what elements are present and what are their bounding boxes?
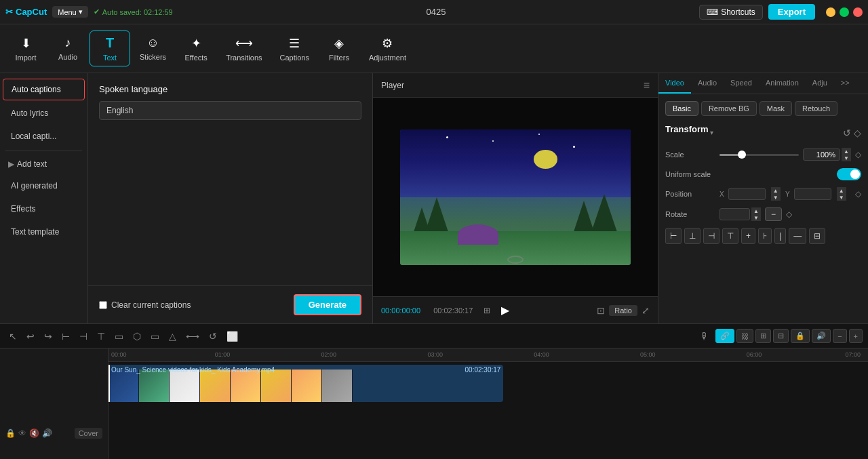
toolbar-transitions[interactable]: ⟷ Transitions — [218, 32, 270, 66]
tl-triangle-btn[interactable]: △ — [165, 329, 180, 344]
scale-slider[interactable] — [719, 154, 799, 156]
toolbar-captions[interactable]: ☰ Captions — [272, 32, 317, 66]
tl-shield-btn[interactable]: ⬡ — [130, 329, 144, 344]
scale-up-btn[interactable]: ▲ — [842, 148, 851, 155]
generate-button[interactable]: Generate — [294, 294, 361, 315]
cover-label[interactable]: Cover — [75, 428, 102, 439]
maximize-button[interactable] — [840, 7, 849, 17]
tl-lock-btn[interactable]: 🔒 — [791, 329, 810, 343]
toolbar-effects[interactable]: ✦ Effects — [176, 32, 216, 66]
uniform-scale-toggle[interactable] — [837, 168, 861, 180]
toolbar-filters[interactable]: ◈ Filters — [319, 32, 359, 66]
tl-redo-btn[interactable]: ↪ — [41, 329, 56, 344]
sidebar-item-ai-generated[interactable]: AI generated — [3, 176, 85, 196]
mute-icon[interactable]: 🔇 — [29, 428, 39, 438]
diamond-reset-icon[interactable]: ◇ — [854, 127, 861, 138]
tl-merge-btn[interactable]: ⊟ — [773, 329, 789, 343]
sub-tab-mask[interactable]: Mask — [760, 101, 792, 116]
hide-icon[interactable]: 👁 — [18, 428, 26, 438]
align-left-btn[interactable]: ⊢ — [665, 228, 682, 244]
sidebar-item-text-template[interactable]: Text template — [3, 222, 85, 242]
align-right-btn[interactable]: ⊣ — [703, 228, 719, 244]
pos-y-down-btn[interactable]: ▼ — [837, 194, 846, 201]
tl-flip-btn[interactable]: ⟷ — [182, 329, 203, 344]
sub-tab-removebg[interactable]: Remove BG — [701, 101, 757, 116]
language-select[interactable]: English Chinese Spanish — [99, 101, 361, 120]
scale-keyframe-icon[interactable]: ◇ — [855, 150, 861, 159]
rotate-up-btn[interactable]: ▲ — [751, 207, 761, 214]
toolbar-stickers[interactable]: ☺ Stickers — [132, 32, 174, 65]
pos-x-up-btn[interactable]: ▲ — [771, 187, 781, 194]
sub-tab-retouch[interactable]: Retouch — [795, 101, 837, 116]
align-center-v-btn[interactable]: + — [741, 228, 755, 244]
toolbar-audio[interactable]: ♪ Audio — [47, 32, 88, 65]
rotate-input[interactable]: 0° — [719, 208, 750, 220]
sidebar-item-add-text[interactable]: ▶ Add text — [0, 154, 87, 174]
tab-speed[interactable]: Speed — [724, 73, 759, 94]
ratio-button[interactable]: Ratio — [609, 305, 637, 316]
tab-animation[interactable]: Animation — [759, 73, 806, 94]
reset-icon[interactable]: ↺ — [843, 127, 851, 138]
scale-down-btn[interactable]: ▼ — [842, 155, 851, 161]
fullscreen-icon[interactable]: ⤢ — [642, 305, 650, 316]
scale-thumb[interactable] — [738, 151, 746, 159]
align-center-h-btn[interactable]: ⊥ — [684, 228, 701, 244]
sidebar-item-effects[interactable]: Effects — [3, 199, 85, 219]
menu-button[interactable]: Menu ▾ — [52, 6, 88, 18]
video-track[interactable]: Our Sun_ Science videos for kids_ Kids A… — [108, 365, 868, 402]
clear-captions-checkbox[interactable] — [99, 301, 107, 309]
align-bottom-btn[interactable]: ⊦ — [758, 228, 772, 244]
volume-icon[interactable]: 🔊 — [42, 428, 52, 438]
clear-captions-checkbox-label[interactable]: Clear current captions — [99, 300, 191, 310]
rotate-down-btn[interactable]: ▼ — [751, 214, 761, 221]
tl-rotate-btn[interactable]: ↺ — [205, 329, 220, 344]
tl-mic-btn[interactable]: 🎙 — [696, 329, 713, 344]
tl-copy-btn[interactable]: ⊞ — [755, 329, 771, 343]
rotate-keyframe-icon[interactable]: ◇ — [786, 209, 792, 219]
pos-x-down-btn[interactable]: ▼ — [771, 194, 781, 201]
align-bar2-btn[interactable]: — — [789, 228, 806, 244]
sidebar-item-auto-captions-btn[interactable]: Auto captions — [3, 79, 85, 100]
align-bar3-btn[interactable]: ⊟ — [809, 228, 825, 244]
tl-rect-btn[interactable]: ▭ — [147, 329, 163, 344]
toolbar-text[interactable]: T Text — [90, 31, 130, 66]
toolbar-adjustment[interactable]: ⚙ Adjustment — [361, 32, 414, 66]
tl-trim-btn[interactable]: ⊣ — [76, 329, 91, 344]
tl-plus-btn[interactable]: + — [849, 329, 863, 343]
scale-input[interactable] — [803, 148, 840, 161]
tl-playhead[interactable] — [108, 365, 110, 402]
tl-select-btn[interactable]: ↖ — [5, 329, 20, 344]
tl-crop-btn[interactable]: ▭ — [111, 329, 127, 344]
crop-icon[interactable]: ⊡ — [597, 305, 605, 316]
sidebar-item-auto-lyrics[interactable]: Auto lyrics — [3, 103, 85, 123]
export-button[interactable]: Export — [768, 4, 815, 20]
tl-split-btn[interactable]: ⊢ — [58, 329, 73, 344]
toolbar-import[interactable]: ⬇ Import — [5, 32, 46, 66]
minimize-button[interactable] — [826, 7, 835, 17]
tab-video[interactable]: Video — [658, 73, 691, 94]
tl-unlink-btn[interactable]: ⛓ — [736, 329, 753, 343]
tl-square-btn[interactable]: ⬜ — [223, 329, 241, 344]
tl-vol-btn[interactable]: 🔊 — [812, 329, 831, 343]
align-bar1-btn[interactable]: | — [774, 228, 786, 244]
player-menu-icon[interactable]: ≡ — [644, 79, 650, 92]
sub-tab-basic[interactable]: Basic — [665, 101, 698, 116]
rotate-reset-btn[interactable]: − — [765, 207, 782, 221]
align-top-btn[interactable]: ⊤ — [722, 228, 738, 244]
tab-more[interactable]: >> — [834, 73, 856, 94]
position-y-input[interactable]: 0 — [794, 188, 831, 200]
tl-undo-btn[interactable]: ↩ — [23, 329, 38, 344]
tl-minus-btn[interactable]: − — [833, 329, 846, 343]
tl-link-btn[interactable]: 🔗 — [715, 329, 734, 343]
grid-view-icon[interactable]: ⊞ — [484, 306, 490, 315]
tab-audio[interactable]: Audio — [691, 73, 724, 94]
play-button[interactable]: ▶ — [501, 304, 509, 317]
shortcuts-button[interactable]: ⌨ Shortcuts — [699, 5, 763, 20]
pos-y-up-btn[interactable]: ▲ — [837, 187, 846, 194]
tl-delete-btn[interactable]: ⊤ — [94, 329, 108, 344]
tab-adju[interactable]: Adju — [806, 73, 834, 94]
close-button[interactable] — [853, 7, 863, 17]
sidebar-item-local-captions[interactable]: Local capti... — [3, 126, 85, 146]
position-x-input[interactable]: 0 — [728, 188, 766, 200]
position-keyframe-icon[interactable]: ◇ — [855, 189, 861, 199]
